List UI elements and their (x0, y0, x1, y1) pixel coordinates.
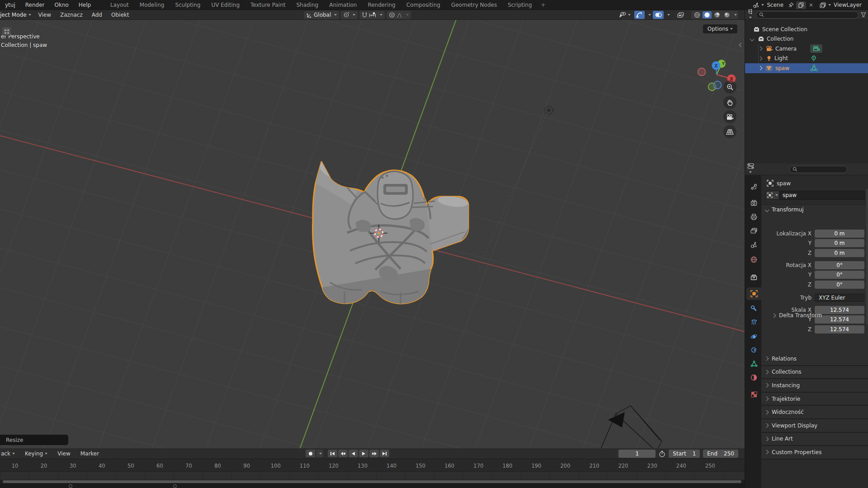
object-name-field[interactable]: spaw (779, 191, 865, 200)
workspace-tab[interactable]: Rendering (362, 1, 401, 10)
workspace-tab[interactable]: Layout (105, 1, 134, 10)
expand-icon[interactable] (750, 37, 755, 41)
workspace-tab[interactable]: + (538, 1, 549, 10)
filter-icon[interactable] (861, 12, 866, 17)
mode-selector[interactable]: ject Mode (0, 10, 34, 20)
next-keyframe-button[interactable] (369, 450, 379, 457)
previous-keyframe-button[interactable] (338, 450, 348, 457)
camera-data-icon[interactable] (810, 44, 822, 53)
new-scene-icon[interactable] (796, 1, 806, 9)
topbar-menu-item[interactable]: Okno (49, 0, 73, 10)
object-data-icon[interactable] (810, 64, 818, 72)
scene-datablock-icon[interactable] (753, 2, 764, 8)
workspace-tab[interactable]: Animation (324, 1, 362, 10)
property-section-header[interactable]: Instancing (761, 379, 868, 393)
timeline-channels[interactable] (0, 472, 745, 480)
outliner-editor-type-icon[interactable] (747, 9, 754, 21)
property-section-header[interactable]: Relations (761, 352, 868, 366)
proportional-edit-toggle[interactable] (389, 12, 395, 19)
expand-icon[interactable] (758, 47, 763, 51)
expand-icon[interactable] (758, 56, 763, 61)
shading-dropdown[interactable] (732, 12, 737, 18)
viewport-menu-add[interactable]: Add (87, 10, 107, 20)
marker-menu[interactable]: Marker (75, 450, 104, 457)
transform-value-field[interactable]: 0° (815, 271, 864, 279)
show-gizmo-toggle[interactable] (634, 11, 645, 19)
pan-button[interactable] (723, 96, 736, 109)
jump-to-end-button[interactable] (380, 450, 389, 457)
delta-transform-section[interactable]: Delta Transform (772, 312, 822, 319)
workspace-tab[interactable]: Shading (291, 1, 324, 10)
properties-search-input[interactable] (789, 166, 847, 173)
keying-menu[interactable]: Keying (20, 450, 52, 457)
shading-solid-button[interactable] (703, 11, 712, 19)
proportional-falloff-dropdown[interactable] (396, 12, 409, 18)
outliner-row-collection[interactable]: Collection (745, 34, 868, 44)
topbar-menu-item[interactable]: Help (74, 0, 96, 10)
snap-target-dropdown[interactable] (369, 12, 382, 18)
view-menu[interactable]: View (52, 450, 75, 457)
transform-value-field[interactable]: 0 m (815, 239, 864, 247)
pivot-point-dropdown[interactable] (341, 11, 358, 19)
start-frame-field[interactable]: Start 1 (669, 450, 700, 458)
workspace-tab[interactable]: Modeling (134, 1, 170, 10)
transform-value-field[interactable]: 0 m (815, 249, 864, 257)
timeline-ruler[interactable]: 1020304050607080901001101201301401501601… (0, 459, 745, 472)
workspace-tab[interactable]: Compositing (401, 1, 446, 10)
shading-material-button[interactable] (712, 11, 722, 19)
show-overlays-toggle[interactable] (653, 11, 664, 19)
properties-editor-type-icon[interactable] (747, 163, 754, 175)
pin-icon[interactable] (786, 1, 796, 9)
delete-scene-icon[interactable] (806, 1, 816, 9)
gizmo-negative-z[interactable] (714, 81, 722, 89)
object-visibility-dropdown[interactable] (617, 11, 632, 19)
workspace-tab[interactable]: Scripting (502, 1, 537, 10)
snap-toggle[interactable] (362, 12, 368, 18)
viewport-menu-view[interactable]: View (34, 10, 56, 20)
workspace-tab[interactable]: Geometry Nodes (446, 1, 502, 10)
toolbar-toggle-icon[interactable] (2, 27, 11, 36)
tab-object-data-icon[interactable] (746, 357, 761, 370)
rotation-mode-field[interactable]: XYZ Euler (815, 294, 864, 302)
viewport-menu-object[interactable]: Obiekt (107, 10, 133, 20)
outliner-row-scene-collection[interactable]: Scene Collection (745, 24, 868, 34)
properties-scrollbar[interactable] (866, 189, 868, 324)
viewlayer-name[interactable]: ViewLayer (834, 2, 862, 8)
camera-object[interactable] (583, 386, 665, 448)
scene-name[interactable]: Scene (767, 2, 783, 8)
tab-material-icon[interactable] (746, 371, 761, 384)
transform-value-field[interactable]: 12.574 (815, 325, 864, 333)
tab-world-icon[interactable] (746, 253, 761, 266)
operator-panel-resize[interactable]: Resize (0, 435, 68, 445)
topbar-menu-item[interactable]: ytuj (0, 0, 20, 10)
property-section-header[interactable]: Line Art (761, 433, 868, 446)
transform-value-field[interactable]: 0° (815, 261, 864, 269)
gizmo-dropdown[interactable] (646, 12, 651, 18)
tab-render-icon[interactable] (746, 197, 761, 209)
camera-view-button[interactable] (723, 110, 736, 123)
light-object[interactable] (540, 102, 557, 119)
workspace-tab[interactable]: UV Editing (206, 1, 245, 10)
tab-particles-icon[interactable] (746, 316, 761, 328)
keying-set-dropdown[interactable] (316, 450, 323, 457)
property-section-header[interactable]: Collections (761, 366, 868, 380)
gizmo-negative-x[interactable] (698, 68, 706, 76)
play-reverse-button[interactable] (349, 450, 358, 457)
workspace-tab[interactable]: Texture Paint (245, 1, 291, 10)
auto-keying-button[interactable] (306, 450, 315, 457)
jump-to-start-button[interactable] (328, 450, 337, 457)
light-data-icon[interactable] (810, 54, 817, 63)
expand-icon[interactable] (758, 66, 763, 70)
property-section-header[interactable]: Custom Properties (761, 446, 868, 460)
current-frame-field[interactable]: 1 (618, 450, 656, 458)
stopwatch-icon[interactable] (659, 450, 665, 457)
tab-texture-icon[interactable] (746, 388, 761, 401)
perspective-toggle-button[interactable] (723, 125, 736, 138)
tab-constraints-icon[interactable] (746, 343, 761, 356)
transform-orientation-dropdown[interactable]: Global (304, 11, 339, 19)
shading-rendered-button[interactable] (722, 11, 731, 19)
shading-wireframe-button[interactable] (693, 11, 702, 19)
tab-view-layer-icon[interactable] (746, 225, 761, 237)
model-spaw[interactable] (312, 156, 484, 314)
outliner-search-input[interactable] (756, 11, 859, 19)
